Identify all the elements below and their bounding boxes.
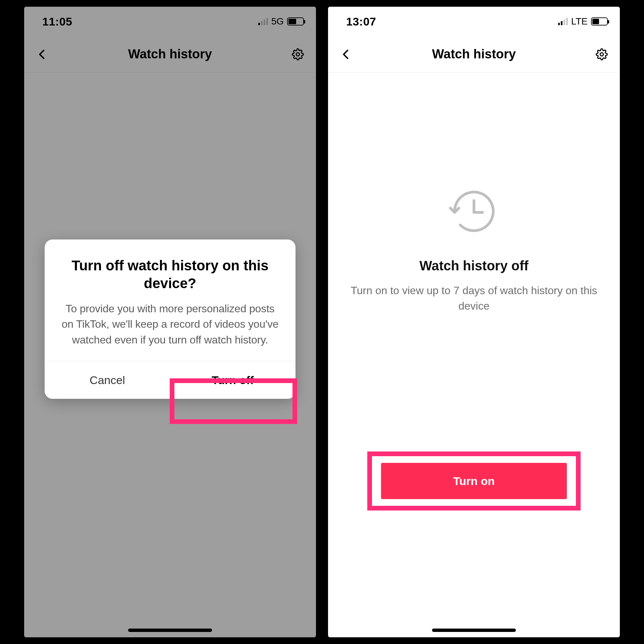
phone-left: 11:05 5G Watch history Turn off watch hi… (24, 7, 316, 637)
network-label: LTE (571, 16, 588, 27)
empty-title: Watch history off (348, 258, 600, 273)
home-indicator[interactable] (432, 629, 516, 632)
turn-on-button[interactable]: Turn on (381, 463, 567, 499)
dialog-actions: Cancel Turn off (45, 361, 296, 399)
home-indicator[interactable] (128, 629, 212, 632)
history-icon (348, 184, 600, 238)
turn-off-button[interactable]: Turn off (170, 361, 296, 399)
highlight-frame-turn-on: Turn on (367, 451, 581, 511)
status-right: LTE (558, 16, 608, 27)
battery-icon (591, 17, 608, 25)
status-bar: 13:07 LTE (328, 7, 620, 36)
dialog-body-text: To provide you with more personalized po… (59, 301, 281, 347)
confirm-dialog: Turn off watch history on this device? T… (45, 239, 296, 399)
back-icon[interactable] (337, 46, 355, 63)
status-time: 13:07 (346, 15, 376, 28)
dialog-title: Turn off watch history on this device? (59, 257, 281, 292)
gear-icon[interactable] (593, 46, 610, 63)
signal-icon (558, 18, 568, 25)
empty-state: Watch history off Turn on to view up to … (328, 184, 620, 314)
phone-right: 13:07 LTE Watch history (328, 7, 620, 637)
empty-subtitle: Turn on to view up to 7 days of watch hi… (348, 283, 600, 314)
svg-point-1 (600, 53, 603, 56)
nav-bar: Watch history (328, 36, 620, 72)
page-title: Watch history (432, 47, 516, 61)
cancel-button[interactable]: Cancel (45, 361, 170, 399)
